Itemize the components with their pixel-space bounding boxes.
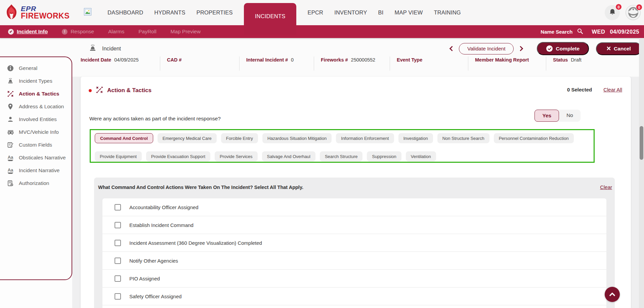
flame-logo-icon bbox=[5, 4, 18, 21]
yes-no-toggle: Yes No bbox=[534, 110, 581, 122]
sidebar-item-involved-entities[interactable]: Involved Entities bbox=[0, 113, 72, 126]
checkbox-icon[interactable] bbox=[115, 240, 121, 246]
pill-forcible-entry[interactable]: Forcible Entry bbox=[221, 133, 258, 143]
options-list: Accountability Officer Assigned Establis… bbox=[102, 198, 606, 308]
subnav-map-preview[interactable]: Map Preview bbox=[171, 29, 201, 35]
scrollbar-thumb[interactable] bbox=[640, 126, 643, 160]
narrative-aa-icon: Aa bbox=[7, 155, 14, 161]
pill-personnel-contamination-reduction[interactable]: Personnel Contamination Reduction bbox=[494, 133, 574, 143]
subnav-alarms[interactable]: Alarms bbox=[108, 29, 124, 35]
incident-title-row: Incident bbox=[89, 44, 121, 53]
next-incident-chevron-icon[interactable] bbox=[518, 46, 523, 51]
action-categories-group: Command And Control Emergency Medical Ca… bbox=[90, 129, 595, 163]
nav-epcr[interactable]: EPCR bbox=[307, 9, 323, 16]
name-search-control[interactable]: Name Search bbox=[541, 28, 583, 35]
user-avatar[interactable]: 0 bbox=[626, 5, 641, 20]
subnav-response[interactable]: ! Response bbox=[62, 29, 94, 35]
option-notify-other-agencies[interactable]: Notify Other Agencies bbox=[102, 252, 606, 270]
nav-dashboard[interactable]: DASHBOARD bbox=[108, 9, 143, 16]
incident-fields: Incident Date 04/09/2025 CAD # Internal … bbox=[81, 56, 585, 71]
option-pio-assigned[interactable]: PIO Assigned bbox=[102, 270, 606, 287]
scroll-to-top-button[interactable] bbox=[605, 287, 620, 302]
nav-training[interactable]: TRAINING bbox=[434, 9, 461, 16]
action-tactics-card: Action & Tactics 0 Selected Clear All We… bbox=[81, 77, 631, 308]
pill-investigation[interactable]: Investigation bbox=[398, 133, 433, 143]
siren-icon bbox=[7, 78, 14, 84]
pill-provide-evacuation-support[interactable]: Provide Evacuation Support bbox=[146, 151, 210, 161]
prev-incident-chevron-icon[interactable] bbox=[449, 46, 455, 51]
complete-button[interactable]: Complete bbox=[537, 42, 589, 55]
sidebar-item-incident-types[interactable]: Incident Types bbox=[0, 75, 72, 87]
sidebar-item-obsticales-narrative[interactable]: Aa Obsticales Narrative bbox=[0, 151, 72, 164]
pill-command-and-control[interactable]: Command And Control bbox=[95, 133, 153, 143]
redbar-right-group: Name Search WED 04/09/2025 bbox=[541, 28, 639, 35]
pill-suppression[interactable]: Suppression bbox=[367, 151, 401, 161]
alert-circle-icon: ! bbox=[62, 29, 68, 35]
pill-information-enforcement[interactable]: Information Enforcement bbox=[336, 133, 394, 143]
app-screen: EPR FIREWORKS DASHBOARD HYDRANTS PROPERT… bbox=[0, 0, 644, 308]
field-fireworks-number[interactable]: Fireworks # 250000552 bbox=[314, 56, 390, 71]
nav-map-view[interactable]: MAP VIEW bbox=[395, 9, 423, 16]
option-safety-officer-assigned[interactable]: Safety Officer Assigned bbox=[102, 287, 606, 305]
no-button[interactable]: No bbox=[559, 110, 581, 122]
app-logo[interactable]: EPR FIREWORKS bbox=[5, 4, 70, 21]
pill-salvage-and-overhaul[interactable]: Salvage And Overhaul bbox=[262, 151, 315, 161]
incident-title: Incident bbox=[102, 46, 121, 52]
checkbox-icon[interactable] bbox=[115, 204, 121, 210]
field-member-making-report[interactable]: Member Making Report bbox=[468, 56, 546, 71]
option-establish-incident-command[interactable]: Establish Incident Command bbox=[102, 216, 606, 234]
selected-count: 0 Selected bbox=[567, 87, 592, 92]
subnav-incident-info[interactable]: ✔ Incident Info bbox=[8, 29, 48, 35]
option-accountability-officer-assigned[interactable]: Accountability Officer Assigned bbox=[102, 198, 606, 216]
location-pin-icon bbox=[7, 103, 14, 110]
avatar-badge: 0 bbox=[636, 4, 642, 10]
sidebar-item-general[interactable]: General bbox=[0, 62, 72, 75]
nav-bi[interactable]: BI bbox=[378, 9, 384, 16]
nav-incidents-active-tab[interactable]: INCIDENTS bbox=[244, 3, 297, 35]
subnav-payroll[interactable]: PayRoll bbox=[138, 29, 156, 35]
pill-provide-equipment[interactable]: Provide Equipment bbox=[95, 151, 142, 161]
pill-search-structure[interactable]: Search Structure bbox=[320, 151, 363, 161]
pill-provide-services[interactable]: Provide Services bbox=[215, 151, 258, 161]
clear-link[interactable]: Clear bbox=[600, 184, 612, 190]
option-incident-assessment-completed[interactable]: Incident Assessment (360 Degree Visualiz… bbox=[102, 234, 606, 252]
checkbox-icon[interactable] bbox=[115, 293, 121, 300]
incident-header: Incident Validate Incident Complete Canc… bbox=[0, 38, 644, 77]
actions-question: Were any actions taken as part of the in… bbox=[89, 116, 221, 122]
section-title-row: Action & Tactics bbox=[89, 86, 152, 95]
notifications-button[interactable]: 0 bbox=[605, 5, 620, 20]
sidebar-item-address-location[interactable]: Address & Location bbox=[0, 100, 72, 113]
check-icon bbox=[546, 45, 553, 52]
field-cad-number[interactable]: CAD # bbox=[160, 56, 240, 71]
cancel-button[interactable]: Cancel bbox=[596, 42, 642, 55]
yes-button[interactable]: Yes bbox=[534, 110, 559, 122]
field-internal-incident-number[interactable]: Internal Incident # 0 bbox=[240, 56, 314, 71]
sidebar-item-authorization[interactable]: Authorization bbox=[0, 177, 72, 190]
validate-incident-button[interactable]: Validate Incident bbox=[459, 43, 514, 54]
brand-line2: FIREWORKS bbox=[21, 12, 70, 20]
sidebar-item-action-tactics[interactable]: Action & Tactics bbox=[0, 87, 72, 100]
nav-inventory[interactable]: INVENTORY bbox=[334, 9, 367, 16]
checkbox-icon[interactable] bbox=[115, 258, 121, 264]
authorization-doc-icon bbox=[7, 180, 14, 187]
pill-emergency-medical-care[interactable]: Emergency Medical Care bbox=[158, 133, 217, 143]
pill-ventilation[interactable]: Ventilation bbox=[406, 151, 436, 161]
pill-non-structure-search[interactable]: Non Structure Search bbox=[437, 133, 489, 143]
sidebar-item-custom-fields[interactable]: Custom Fields bbox=[0, 139, 72, 151]
vehicle-icon bbox=[7, 129, 14, 136]
command-control-panel: What Command And Control Actions Were Ta… bbox=[94, 178, 615, 308]
clear-all-link[interactable]: Clear All bbox=[603, 87, 622, 92]
search-icon bbox=[577, 28, 583, 35]
nav-hydrants[interactable]: HYDRANTS bbox=[154, 9, 185, 16]
check-circle-icon: ✔ bbox=[8, 29, 14, 35]
sidebar-item-incident-narrative[interactable]: Aa Incident Narrative bbox=[0, 164, 72, 177]
section-title: Action & Tactics bbox=[107, 87, 152, 94]
sidebar-item-mvc-vehicle-info[interactable]: MVC/Vehicle Info bbox=[0, 126, 72, 139]
pill-hazardous-situation-mitigation[interactable]: Hazardous Situation Mitigation bbox=[262, 133, 332, 143]
sub-navigation: ✔ Incident Info ! Response Alarms PayRol… bbox=[0, 29, 201, 35]
field-event-type[interactable]: Event Type bbox=[390, 56, 468, 71]
checkbox-icon[interactable] bbox=[115, 275, 121, 282]
nav-properties[interactable]: PROPERTIES bbox=[197, 9, 233, 16]
field-incident-date[interactable]: Incident Date 04/09/2025 bbox=[81, 56, 160, 71]
checkbox-icon[interactable] bbox=[115, 222, 121, 228]
